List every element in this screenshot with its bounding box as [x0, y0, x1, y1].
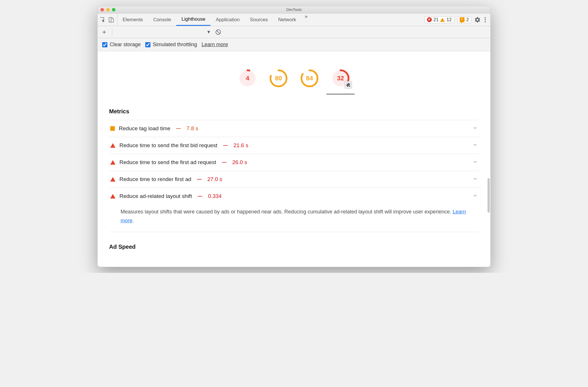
gauge-ring: 80 — [269, 69, 288, 88]
lighthouse-report: 4 80 84 32 — [98, 51, 490, 267]
warning-count: 12 — [446, 17, 452, 22]
gauge-score: 4 — [238, 69, 257, 88]
metric-dash: — — [196, 194, 202, 199]
issues-icon — [460, 17, 465, 22]
inspect-element-icon[interactable] — [99, 17, 106, 23]
svg-line-3 — [216, 30, 220, 34]
metric-row[interactable]: Reduce ad-related layout shift — 0.334 — [109, 188, 479, 205]
chevron-down-icon — [473, 159, 478, 166]
metric-value: 21.6 s — [232, 142, 248, 149]
simulated-throttling-checkbox[interactable]: Simulated throttling — [145, 42, 197, 48]
metric-value: 7.8 s — [185, 125, 198, 132]
metric-description-period: . — [132, 218, 134, 223]
scrollbar-thumb[interactable] — [488, 178, 490, 213]
error-icon: ✕ — [427, 17, 432, 22]
gauge-ring: 32 — [331, 69, 350, 88]
metrics-heading: Metrics — [109, 97, 479, 120]
simulated-throttling-label: Simulated throttling — [153, 42, 197, 48]
clear-storage-checkbox[interactable]: Clear storage — [102, 42, 141, 48]
gauge-1[interactable]: 80 — [269, 69, 288, 88]
tab-application[interactable]: Application — [210, 13, 245, 26]
metric-row[interactable]: Reduce time to send the first ad request… — [109, 154, 479, 171]
metric-row[interactable]: Reduce time to send the first bid reques… — [109, 137, 479, 154]
chevron-down-icon — [473, 176, 478, 182]
device-toolbar-icon[interactable] — [108, 17, 114, 23]
chevron-down-icon — [473, 125, 478, 132]
metric-dash: — — [221, 143, 228, 148]
tab-sources[interactable]: Sources — [245, 13, 273, 26]
metric-value: 0.334 — [206, 193, 222, 199]
metric-title: Reduce time to send the first ad request — [119, 159, 216, 166]
metrics-list: Reduce tag load time — 7.8 s Reduce time… — [109, 120, 479, 205]
lighthouse-toolbar: + ▼ — [98, 26, 490, 38]
metric-dash: — — [175, 126, 181, 131]
gauge-3[interactable]: 32 — [331, 69, 350, 88]
metric-title: Reduce ad-related layout shift — [119, 193, 192, 199]
triangle-icon — [110, 194, 115, 199]
metric-dash: — — [195, 177, 202, 182]
clear-storage-label: Clear storage — [110, 42, 141, 48]
clear-storage-input[interactable] — [102, 42, 107, 47]
metric-description-text: Measures layout shifts that were caused … — [121, 209, 453, 215]
svg-rect-1 — [111, 19, 113, 22]
gauge-score: 80 — [269, 69, 288, 88]
settings-icon[interactable] — [474, 17, 481, 23]
metric-row[interactable]: Reduce tag load time — 7.8 s — [109, 120, 479, 137]
metric-value: 27.0 s — [206, 176, 222, 182]
chevron-down-icon — [473, 142, 478, 149]
gauge-ring: 4 — [238, 69, 257, 88]
tab-console[interactable]: Console — [148, 13, 176, 26]
gauge-ring: 84 — [300, 69, 319, 88]
gauge-2[interactable]: 84 — [300, 69, 319, 88]
triangle-icon — [110, 177, 115, 182]
report-dropdown-icon[interactable]: ▼ — [206, 30, 211, 35]
metric-title: Reduce time to send the first bid reques… — [119, 142, 217, 149]
tab-network[interactable]: Network — [273, 13, 301, 26]
ad-speed-heading: Ad Speed — [109, 232, 479, 255]
window-title: DevTools — [98, 7, 490, 12]
tab-elements[interactable]: Elements — [117, 13, 148, 26]
throttling-learn-more-link[interactable]: Learn more — [202, 42, 228, 48]
main-tabbar: Elements Console Lighthouse Application … — [98, 13, 490, 26]
metric-description: Measures layout shifts that were caused … — [109, 205, 479, 232]
gauge-score: 84 — [300, 69, 319, 88]
titlebar: DevTools — [98, 6, 490, 13]
tab-lighthouse[interactable]: Lighthouse — [176, 13, 210, 26]
new-report-button[interactable]: + — [100, 28, 108, 36]
options-row: Clear storage Simulated throttling Learn… — [98, 38, 490, 51]
metric-title: Reduce time to render first ad — [119, 176, 191, 182]
error-warning-badge[interactable]: ✕ 21 12 — [424, 16, 454, 23]
simulated-throttling-input[interactable] — [145, 42, 150, 47]
triangle-icon — [110, 143, 115, 148]
issues-count: 2 — [466, 17, 469, 22]
kebab-menu-icon[interactable] — [483, 16, 487, 24]
metric-dash: — — [220, 160, 227, 165]
gauge-0[interactable]: 4 — [238, 69, 257, 88]
clear-icon[interactable] — [215, 29, 221, 35]
metric-title: Reduce tag load time — [119, 125, 171, 132]
metric-row[interactable]: Reduce time to render first ad — 27.0 s — [109, 171, 479, 188]
square-icon — [110, 126, 115, 131]
score-gauges: 4 80 84 32 — [98, 51, 490, 97]
more-tabs-icon[interactable]: » — [301, 13, 311, 26]
issues-badge[interactable]: 2 — [457, 16, 471, 23]
triangle-icon — [110, 160, 115, 165]
metric-value: 26.0 s — [231, 159, 247, 166]
warning-icon — [440, 18, 445, 22]
error-count: 21 — [434, 17, 439, 22]
divider — [112, 28, 112, 36]
devtools-window: DevTools Elements Console Lighthouse App… — [97, 6, 491, 267]
extension-icon — [345, 81, 352, 89]
chevron-up-icon — [473, 193, 478, 199]
